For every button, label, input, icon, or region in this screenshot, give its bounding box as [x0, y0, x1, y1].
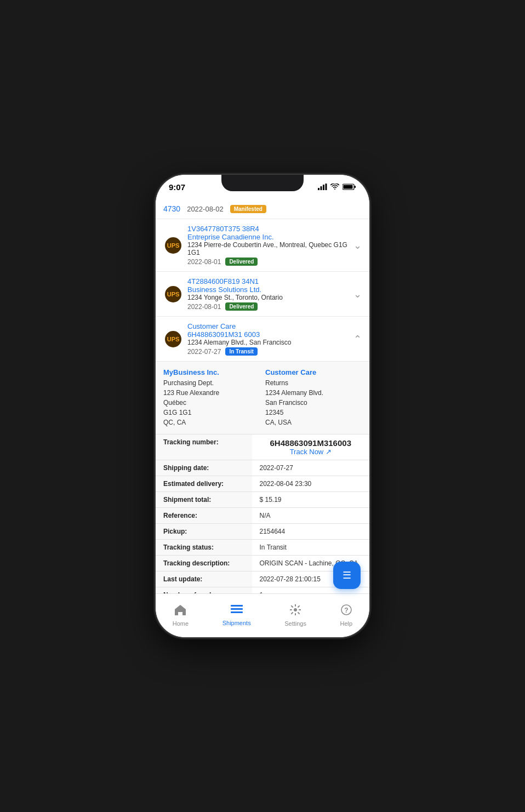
tab-home-label: Home	[173, 620, 189, 627]
from-line-1: Purchasing Dept.	[163, 378, 260, 388]
status-badge-manifested: Manifested	[230, 205, 266, 213]
shipment-total-row: Shipment total: $ 15.19	[156, 492, 369, 508]
tracking-status-row: Tracking status: In Transit	[156, 540, 369, 556]
chevron-down-icon: ⌄	[353, 239, 362, 251]
chevron-up-icon: ⌃	[353, 333, 362, 345]
chevron-down-icon-business: ⌄	[353, 288, 362, 300]
tab-shipments[interactable]: Shipments	[222, 605, 251, 626]
list-item-customercare[interactable]: UPS Customer Care 6H48863091M31 6003 123…	[156, 317, 369, 362]
svg-rect-0	[318, 188, 319, 190]
tab-help-label: Help	[340, 620, 353, 627]
notch	[221, 175, 304, 191]
ups-icon-business: UPS	[163, 284, 183, 304]
svg-rect-2	[323, 185, 324, 190]
list-item-business[interactable]: UPS 4T2884600F819 34N1 Business Solution…	[156, 272, 369, 317]
pickup-row: Pickup: 2154644	[156, 524, 369, 540]
status-badge-business: Delivered	[225, 302, 258, 311]
tracking-desc-label: Tracking description:	[156, 556, 252, 571]
svg-rect-10	[239, 605, 243, 607]
svg-rect-6	[344, 185, 353, 189]
reference-value: N/A	[252, 508, 370, 524]
address-business: 1234 Yonge St., Toronto, Ontario	[187, 294, 349, 301]
pickup-value: 2154644	[252, 524, 370, 540]
tab-shipments-label: Shipments	[222, 620, 251, 626]
settings-icon	[290, 604, 301, 618]
svg-rect-8	[231, 608, 243, 610]
shipments-icon	[231, 605, 243, 617]
svg-rect-1	[321, 186, 322, 190]
svg-rect-9	[231, 611, 243, 613]
shipping-date-value: 2022-07-27	[252, 460, 370, 476]
tracking-label: Tracking number:	[156, 434, 252, 460]
shipment-number: 4730	[163, 204, 180, 213]
company-name-customercare: Customer Care	[187, 322, 349, 330]
address-section: MyBusiness Inc. Purchasing Dept. 123 Rue…	[156, 362, 369, 434]
ups-icon-entreprise: UPS	[163, 236, 183, 255]
svg-rect-3	[326, 184, 327, 190]
company-name-business: Business Solutions Ltd.	[187, 285, 349, 294]
tab-bar: Home Shipments	[156, 593, 369, 637]
last-update-label: Last update:	[156, 571, 252, 587]
reference-label: Reference:	[156, 508, 252, 524]
from-line-4: G1G 1G1	[163, 408, 260, 418]
wifi-icon	[330, 184, 339, 190]
reference-row: Reference: N/A	[156, 508, 369, 524]
from-line-5: QC, CA	[163, 418, 260, 427]
to-line-2: 1234 Alemany Blvd.	[265, 388, 362, 398]
signal-icon	[318, 184, 327, 190]
status-time: 9:07	[169, 182, 185, 192]
svg-point-11	[294, 608, 297, 611]
to-address: Customer Care Returns 1234 Alemany Blvd.…	[265, 368, 362, 427]
to-line-4: 12345	[265, 408, 362, 418]
to-line-3: San Francisco	[265, 398, 362, 408]
tab-home[interactable]: Home	[173, 604, 189, 627]
filter-icon: ☰	[343, 569, 351, 581]
from-address: MyBusiness Inc. Purchasing Dept. 123 Rue…	[163, 368, 260, 427]
help-icon: ?	[341, 604, 352, 618]
status-badge-entreprise: Delivered	[225, 258, 258, 266]
tracking-number-business: 4T2884600F819 34N1	[187, 277, 349, 285]
tracking-row: Tracking number: 6H48863091M316003 Track…	[156, 434, 369, 460]
ups-icon-customercare: UPS	[163, 329, 183, 349]
date-entreprise: 2022-08-01	[187, 258, 221, 266]
address-entreprise: 1234 Pierre-de Coubertin Ave., Montreal,…	[187, 241, 349, 256]
svg-text:?: ?	[344, 607, 348, 614]
svg-rect-5	[355, 186, 356, 188]
to-company: Customer Care	[265, 368, 362, 376]
date-customercare: 2022-07-27	[187, 348, 221, 356]
battery-icon	[343, 184, 356, 190]
shipments-list: 4730 2022-08-02 Manifested UPS 1V3647780…	[156, 199, 369, 593]
tracking-number-value: 6H48863091M316003	[260, 438, 362, 448]
tracking-status-label: Tracking status:	[156, 540, 252, 556]
tab-help[interactable]: ? Help	[340, 604, 353, 627]
shipment-date: 2022-08-02	[187, 205, 224, 213]
tracking-number-entreprise: 1V3647780T375 38R4	[187, 225, 349, 233]
filter-fab-button[interactable]: ☰	[333, 562, 361, 589]
shipping-date-label: Shipping date:	[156, 460, 252, 476]
company-name-entreprise: Entreprise Canadienne Inc.	[187, 233, 349, 241]
shipment-total-label: Shipment total:	[156, 492, 252, 508]
from-line-2: 123 Rue Alexandre	[163, 388, 260, 398]
tracking-status-value: In Transit	[252, 540, 370, 556]
est-delivery-value: 2022-08-04 23:30	[252, 476, 370, 492]
est-delivery-label: Estimated delivery:	[156, 476, 252, 492]
tracking-value: 6H48863091M316003 Track Now ↗	[252, 434, 370, 460]
num-packages-label: Number of packages:	[156, 587, 252, 594]
date-business: 2022-08-01	[187, 303, 221, 311]
home-icon	[174, 604, 186, 618]
list-item-entreprise[interactable]: UPS 1V3647780T375 38R4 Entreprise Canadi…	[156, 219, 369, 272]
tab-settings-label: Settings	[284, 620, 306, 627]
from-line-3: Québec	[163, 398, 260, 408]
track-now-button[interactable]: Track Now ↗	[260, 448, 362, 456]
status-badge-customercare: In Transit	[225, 347, 257, 356]
address-customercare: 1234 Alemany Blvd., San Francisco	[187, 339, 349, 346]
phone-device: 9:07	[156, 175, 369, 637]
tab-settings[interactable]: Settings	[284, 604, 306, 627]
shipment-total-value: $ 15.19	[252, 492, 370, 508]
shipping-date-row: Shipping date: 2022-07-27	[156, 460, 369, 476]
to-line-5: CA, USA	[265, 418, 362, 427]
from-company: MyBusiness Inc.	[163, 368, 260, 376]
list-item-4730[interactable]: 4730 2022-08-02 Manifested	[156, 199, 369, 219]
est-delivery-row: Estimated delivery: 2022-08-04 23:30	[156, 476, 369, 492]
expanded-detail: MyBusiness Inc. Purchasing Dept. 123 Rue…	[156, 362, 369, 593]
